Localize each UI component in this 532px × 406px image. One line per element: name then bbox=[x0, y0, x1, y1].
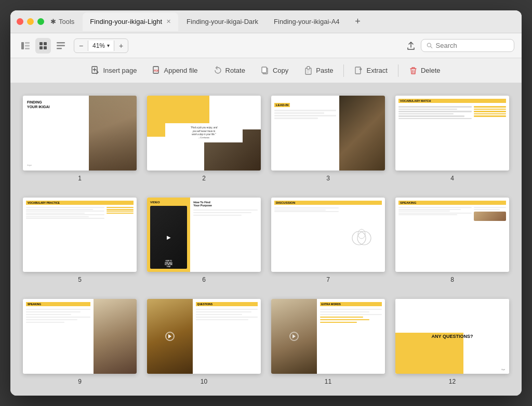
tab-finding-dark[interactable]: Finding-your-ikigai-Dark bbox=[179, 12, 265, 31]
svg-rect-1 bbox=[25, 42, 30, 44]
page-image-1: FINDINGYOUR IKIGAI ikigai bbox=[23, 96, 137, 171]
delete-label: Delete bbox=[421, 67, 441, 74]
rotate-label: Rotate bbox=[225, 67, 245, 74]
action-separator-2 bbox=[398, 64, 398, 77]
append-file-button[interactable]: PDF Append file bbox=[147, 63, 204, 78]
page-number-7: 7 bbox=[326, 276, 330, 283]
outline-icon bbox=[57, 42, 65, 49]
page-number-6: 6 bbox=[202, 276, 206, 283]
svg-rect-9 bbox=[57, 45, 65, 46]
minimize-button[interactable] bbox=[27, 18, 34, 25]
svg-rect-20 bbox=[355, 67, 361, 74]
page-image-2: "Find a job you enjoy, andyou will never… bbox=[147, 96, 261, 171]
tools-icon: ✱ bbox=[50, 18, 56, 25]
sidebar-toggle-button[interactable] bbox=[18, 38, 33, 54]
tab-label-1: Finding-your-ikigai-Light bbox=[90, 18, 162, 25]
extract-button[interactable]: Extract bbox=[348, 63, 393, 78]
tab-finding-a4[interactable]: Finding-your-ikigai-A4 bbox=[267, 12, 347, 31]
tools-label: Tools bbox=[59, 18, 74, 25]
svg-rect-19 bbox=[307, 67, 310, 69]
paste-label: Paste bbox=[316, 67, 333, 74]
tab-label-2: Finding-your-ikigai-Dark bbox=[187, 18, 258, 25]
tools-menu[interactable]: ✱ Tools bbox=[50, 18, 74, 25]
svg-rect-4 bbox=[39, 42, 43, 45]
outline-view-button[interactable] bbox=[53, 38, 69, 54]
zoom-display[interactable]: 41% ▾ bbox=[88, 41, 114, 51]
page-thumbnail-8[interactable]: SPEAKING bbox=[395, 198, 509, 284]
window-controls bbox=[17, 18, 44, 25]
page-number-10: 10 bbox=[201, 378, 207, 385]
page-thumbnail-1[interactable]: FINDINGYOUR IKIGAI ikigai 1 bbox=[23, 96, 137, 182]
sidebar-icon bbox=[21, 42, 30, 49]
svg-rect-6 bbox=[39, 46, 43, 49]
page-image-5: VOCABULARY PRACTICE bbox=[23, 198, 137, 272]
page-image-10: QUESTIONS bbox=[147, 299, 261, 374]
page-image-11: EXTRA WORDS bbox=[271, 299, 385, 374]
svg-line-12 bbox=[431, 46, 432, 48]
insert-page-button[interactable]: Insert page bbox=[85, 63, 143, 78]
grid-icon bbox=[39, 42, 47, 50]
copy-icon bbox=[261, 66, 270, 75]
svg-rect-7 bbox=[44, 46, 47, 49]
page-thumbnail-9[interactable]: SPEAKING 9 bbox=[23, 299, 137, 385]
share-icon bbox=[406, 41, 416, 50]
zoom-plus-button[interactable]: + bbox=[114, 39, 128, 53]
svg-rect-0 bbox=[21, 42, 24, 49]
page-number-2: 2 bbox=[202, 175, 206, 182]
svg-rect-2 bbox=[25, 45, 30, 46]
page-image-7: DISCUSSION bbox=[271, 198, 385, 272]
tab-finding-light[interactable]: Finding-your-ikigai-Light ✕ bbox=[83, 12, 178, 31]
search-box[interactable] bbox=[421, 39, 514, 52]
insert-page-icon bbox=[91, 66, 100, 75]
page-thumbnail-6[interactable]: VIDEO ▶ HOW TOFIND ANDDO WORKTHAT How To… bbox=[147, 198, 261, 284]
rotate-button[interactable]: Rotate bbox=[207, 63, 251, 78]
close-button[interactable] bbox=[17, 18, 23, 25]
grid-view-button[interactable] bbox=[35, 38, 51, 54]
page-thumbnail-10[interactable]: QUESTIONS 10 bbox=[147, 299, 261, 385]
page-thumbnail-3[interactable]: LEAD-IN 3 bbox=[271, 96, 385, 182]
copy-label: Copy bbox=[273, 67, 288, 74]
page-number-5: 5 bbox=[78, 276, 82, 283]
tabs-area: Finding-your-ikigai-Light ✕ Finding-your… bbox=[83, 12, 515, 31]
page-thumbnail-11[interactable]: EXTRA WORDS 11 bbox=[271, 299, 385, 385]
page-number-12: 12 bbox=[449, 378, 456, 385]
page-image-12: ANY QUESTIONS? ikigai bbox=[395, 299, 509, 374]
page-thumbnail-4[interactable]: VOCABULARY MATCH bbox=[395, 96, 509, 182]
delete-button[interactable]: Delete bbox=[403, 63, 447, 78]
zoom-level: 41% bbox=[92, 42, 105, 49]
svg-rect-5 bbox=[44, 42, 47, 45]
tab-label-3: Finding-your-ikigai-A4 bbox=[274, 18, 339, 25]
page-thumbnail-12[interactable]: ANY QUESTIONS? ikigai 12 bbox=[395, 299, 509, 385]
action-separator-1 bbox=[343, 64, 344, 77]
page-number-3: 3 bbox=[326, 175, 330, 182]
page-image-6: VIDEO ▶ HOW TOFIND ANDDO WORKTHAT How To… bbox=[147, 198, 261, 272]
tab-close-1[interactable]: ✕ bbox=[166, 19, 171, 24]
toolbar-left bbox=[18, 38, 69, 54]
append-file-label: Append file bbox=[164, 67, 198, 74]
search-input[interactable] bbox=[436, 42, 509, 49]
delete-icon bbox=[409, 66, 418, 75]
svg-rect-10 bbox=[57, 48, 62, 49]
page-image-4: VOCABULARY MATCH bbox=[395, 96, 509, 171]
svg-rect-17 bbox=[262, 67, 267, 73]
page-image-8: SPEAKING bbox=[395, 198, 509, 272]
page-thumbnail-5[interactable]: VOCABULARY PRACTICE bbox=[23, 198, 137, 284]
maximize-button[interactable] bbox=[37, 18, 44, 25]
page-number-1: 1 bbox=[78, 175, 82, 182]
page-thumbnail-2[interactable]: "Find a job you enjoy, andyou will never… bbox=[147, 96, 261, 182]
paste-button[interactable]: Paste bbox=[298, 63, 339, 78]
copy-button[interactable]: Copy bbox=[255, 63, 295, 78]
zoom-control: − 41% ▾ + bbox=[74, 38, 128, 53]
extract-icon bbox=[354, 66, 363, 75]
svg-text:PDF: PDF bbox=[154, 69, 159, 72]
zoom-minus-button[interactable]: − bbox=[74, 39, 88, 53]
add-tab-button[interactable]: + bbox=[351, 15, 365, 29]
rotate-icon bbox=[214, 66, 222, 75]
paste-icon bbox=[304, 66, 313, 75]
page-number-4: 4 bbox=[450, 175, 454, 182]
share-button[interactable] bbox=[403, 38, 419, 54]
thumbnail-grid: FINDINGYOUR IKIGAI ikigai 1 bbox=[23, 96, 509, 385]
page-thumbnail-7[interactable]: DISCUSSION bbox=[271, 198, 385, 284]
thumbnail-area: FINDINGYOUR IKIGAI ikigai 1 bbox=[10, 83, 522, 396]
extract-label: Extract bbox=[366, 67, 387, 74]
